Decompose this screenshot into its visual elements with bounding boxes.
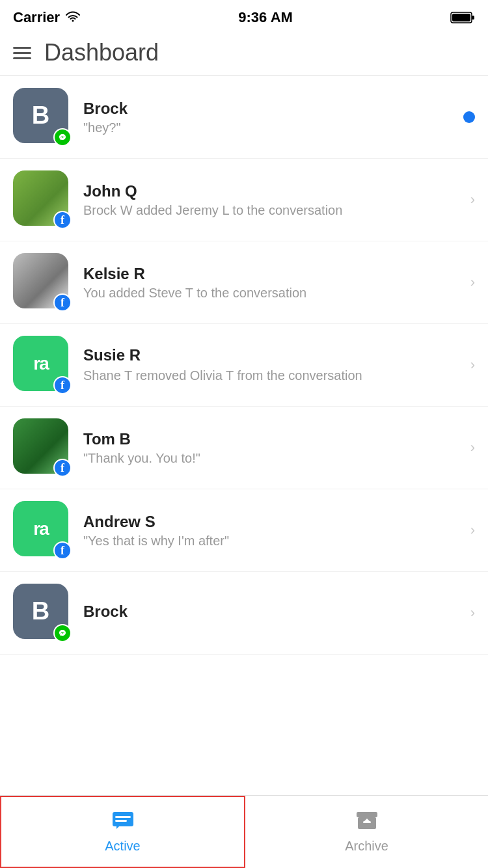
unread-indicator: [463, 111, 475, 123]
conversation-name: Tom B: [83, 430, 464, 448]
svg-rect-6: [115, 816, 131, 818]
chevron-right: ›: [470, 522, 475, 539]
conversation-name: Andrew S: [83, 513, 464, 531]
conversation-name: Brock: [83, 603, 464, 621]
list-item[interactable]: f John Q Brock W added Jeremy L to the c…: [0, 159, 488, 241]
platform-badge-facebook: f: [53, 541, 72, 560]
conversation-name: Susie R: [83, 346, 464, 364]
conversation-name: Kelsie R: [83, 265, 464, 283]
conversation-preview: "Yes that is why I'm after": [83, 534, 464, 549]
header: Dashboard: [0, 33, 488, 76]
conversation-info: Andrew S "Yes that is why I'm after": [83, 513, 464, 549]
platform-badge-facebook: f: [53, 376, 72, 394]
chevron-icon: ›: [470, 439, 475, 456]
chevron-right: ›: [470, 604, 475, 621]
avatar: ra f: [13, 336, 72, 394]
list-item[interactable]: B Brock "hey?": [0, 76, 488, 159]
list-item[interactable]: B Brock ›: [0, 572, 488, 655]
avatar: f: [13, 170, 72, 229]
conversation-preview: You added Steve T to the conversation: [83, 286, 464, 301]
conversation-info: Tom B "Thank you. You to!": [83, 430, 464, 466]
chevron-icon: ›: [470, 274, 475, 291]
conversation-name: Brock: [83, 100, 457, 118]
wifi-icon: [65, 9, 81, 26]
svg-rect-1: [472, 16, 474, 20]
conversation-info: John Q Brock W added Jeremy L to the con…: [83, 182, 464, 218]
conversation-preview: Shane T removed Olivia T from the conver…: [83, 367, 464, 384]
page-title: Dashboard: [44, 39, 159, 66]
unread-dot: [463, 111, 475, 123]
tab-archive[interactable]: Archive: [245, 796, 488, 868]
status-time: 9:36 AM: [238, 9, 293, 26]
platform-badge-facebook: f: [53, 459, 72, 477]
conversation-preview: "hey?": [83, 120, 457, 135]
list-item[interactable]: ra f Andrew S "Yes that is why I'm after…: [0, 489, 488, 572]
svg-rect-7: [115, 820, 127, 822]
platform-badge-messenger: [53, 624, 72, 642]
chat-icon: [111, 811, 135, 835]
list-item[interactable]: ra f Susie R Shane T removed Olivia T fr…: [0, 324, 488, 407]
tab-archive-label: Archive: [345, 839, 388, 854]
platform-badge-messenger: [53, 128, 72, 146]
conversation-info: Brock: [83, 603, 464, 623]
conversation-info: Brock "hey?": [83, 100, 457, 135]
status-bar: Carrier 9:36 AM: [0, 0, 488, 33]
list-item[interactable]: f Kelsie R You added Steve T to the conv…: [0, 241, 488, 324]
avatar: f: [13, 253, 72, 312]
chevron-icon: ›: [470, 522, 475, 539]
svg-rect-5: [113, 812, 133, 826]
conversation-info: Susie R Shane T removed Olivia T from th…: [83, 346, 464, 384]
svg-rect-2: [452, 14, 470, 21]
menu-button[interactable]: [13, 47, 31, 59]
conversation-info: Kelsie R You added Steve T to the conver…: [83, 265, 464, 301]
carrier-label: Carrier: [13, 9, 60, 26]
list-item[interactable]: f Tom B "Thank you. You to!" ›: [0, 407, 488, 489]
avatar: B: [13, 88, 72, 146]
conversation-preview: "Thank you. You to!": [83, 451, 464, 466]
chevron-right: ›: [470, 439, 475, 456]
svg-rect-9: [357, 812, 377, 817]
tab-bar: Active Archive: [0, 795, 488, 868]
chevron-right: ›: [470, 357, 475, 373]
archive-icon: [355, 811, 379, 835]
chevron-icon: ›: [470, 191, 475, 208]
chevron-right: ›: [470, 191, 475, 208]
platform-badge-facebook: f: [53, 211, 72, 229]
avatar: ra f: [13, 501, 72, 560]
conversation-preview: Brock W added Jeremy L to the conversati…: [83, 203, 464, 218]
chevron-right: ›: [470, 274, 475, 291]
svg-point-4: [57, 628, 68, 638]
chevron-icon: ›: [470, 357, 475, 373]
avatar: f: [13, 418, 72, 477]
tab-active[interactable]: Active: [0, 796, 245, 868]
chevron-icon: ›: [470, 604, 475, 621]
svg-point-3: [57, 132, 68, 142]
conversation-list: B Brock "hey?" f John Q Brock W adde: [0, 76, 488, 655]
platform-badge-facebook: f: [53, 293, 72, 312]
conversation-name: John Q: [83, 182, 464, 200]
battery-icon: [450, 10, 475, 25]
tab-active-label: Active: [105, 839, 140, 854]
carrier-info: Carrier: [13, 9, 81, 26]
svg-rect-11: [363, 821, 371, 823]
avatar: B: [13, 584, 72, 642]
